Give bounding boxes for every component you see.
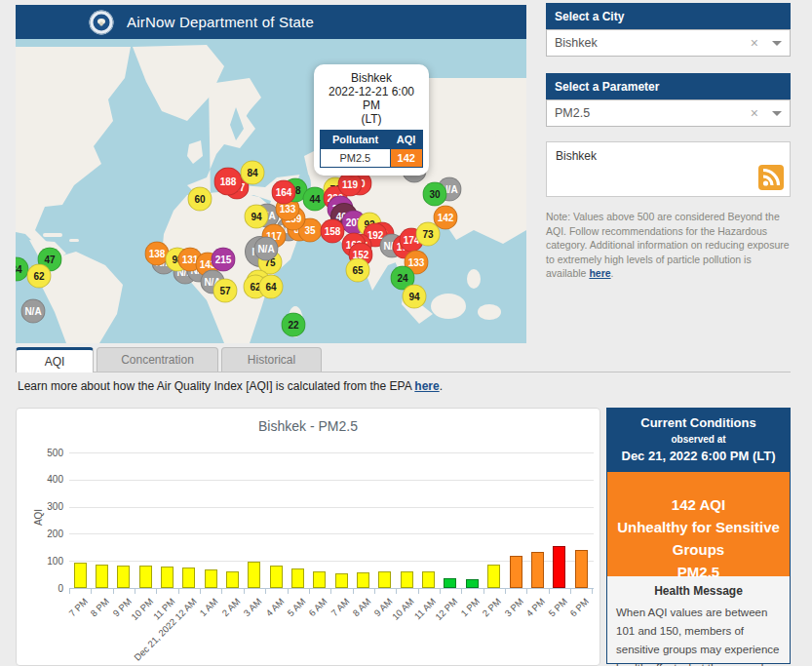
- sidebar: Select a City Bishkek × Select a Paramet…: [546, 3, 791, 281]
- current-conditions-title: Current Conditions: [611, 415, 786, 430]
- chart-bar: [422, 571, 435, 588]
- parameter-clear-icon[interactable]: ×: [751, 105, 758, 121]
- chart-ytick-label: 200: [22, 529, 63, 539]
- chart-xtick-mark: [135, 589, 135, 594]
- chart-xtick-label: 4 AM: [263, 596, 286, 618]
- chart-xtick-mark: [483, 589, 484, 594]
- popup-col-aqi: AQI: [390, 131, 422, 149]
- city-select[interactable]: Bishkek ×: [546, 29, 791, 57]
- aqi-map-marker[interactable]: 65: [346, 258, 370, 283]
- chart-xtick-label: 3 AM: [241, 596, 263, 618]
- aqi-map-marker[interactable]: 119: [338, 173, 363, 197]
- observed-datetime: Dec 21, 2022 6:00 PM (LT): [611, 449, 786, 463]
- note-here-link[interactable]: here: [589, 267, 610, 279]
- health-message: Health Message When AQI values are betwe…: [607, 576, 790, 666]
- chart-bar: [553, 546, 565, 588]
- chart-bar: [510, 556, 522, 588]
- chart-bar: [96, 565, 108, 588]
- chart-xtick-mark: [265, 589, 266, 594]
- tab-aqi[interactable]: AQI: [16, 347, 94, 372]
- aqi-map-marker[interactable]: 60: [188, 187, 213, 212]
- chart-bar: [139, 566, 152, 588]
- aqi-map-marker[interactable]: 94: [245, 205, 269, 229]
- chart-bar: [401, 571, 413, 588]
- aqi-map-marker[interactable]: 94: [403, 285, 427, 309]
- chart-xtick-mark: [288, 589, 289, 594]
- chart-xtick-mark: [396, 589, 397, 594]
- chart-bar: [182, 568, 195, 588]
- aqi-map-marker[interactable]: N/A: [21, 299, 46, 324]
- chart-bar: [291, 568, 304, 588]
- tab-historical[interactable]: Historical: [221, 347, 322, 372]
- aqi-map-marker[interactable]: 215: [212, 248, 236, 272]
- current-conditions-header: Current Conditions observed at Dec 21, 2…: [607, 409, 790, 472]
- aqi-summary: 142 AQI Unhealthy for Sensitive Groups P…: [607, 472, 790, 576]
- select-parameter-header: Select a Parameter: [546, 73, 791, 99]
- chart-bar: [487, 565, 500, 588]
- chart-xtick-mark: [570, 589, 571, 594]
- chart-bar: [335, 573, 348, 588]
- aqi-map-marker[interactable]: 142: [434, 206, 458, 230]
- chart-bar: [575, 550, 588, 588]
- tab-bar: AQI Concentration Historical: [16, 347, 791, 372]
- aqi-map-marker[interactable]: 164: [272, 180, 296, 205]
- chart-xtick-mark: [200, 589, 201, 594]
- aqi-map-marker[interactable]: 62: [27, 264, 52, 289]
- popup-aqi-value: 142: [390, 149, 422, 168]
- chart-xtick-mark: [592, 589, 593, 594]
- aqi-category-line: Unhealthy for Sensitive Groups: [615, 516, 782, 561]
- chart-xtick-label: 5 AM: [285, 596, 307, 618]
- popup-col-pollutant: Pollutant: [321, 131, 391, 149]
- chart-xtick-label: 2 PM: [481, 596, 503, 618]
- chart-xtick-mark: [309, 589, 310, 594]
- chart-plot: 01002003004005007 PM8 PM9 PM10 PM11 PMDe…: [69, 452, 594, 588]
- aqi-map-marker[interactable]: N/A: [254, 237, 279, 261]
- aqi-map-marker[interactable]: 158: [321, 219, 345, 244]
- city-dropdown-arrow-icon[interactable]: [772, 41, 782, 46]
- chart-bar: [378, 571, 391, 588]
- health-message-title: Health Message: [616, 584, 781, 598]
- aqi-map-marker[interactable]: 22: [282, 313, 306, 337]
- chart-xtick-mark: [374, 589, 375, 594]
- chart-bar: [313, 571, 326, 588]
- aqi-map-marker[interactable]: 64: [259, 275, 284, 299]
- chart-xtick-label: 6 PM: [567, 596, 590, 618]
- learn-more-here-link[interactable]: here: [414, 379, 439, 393]
- chart-xtick-mark: [440, 589, 441, 594]
- state-department-seal-icon: [89, 10, 114, 35]
- chart-xtick-label: 10 PM: [129, 596, 155, 622]
- chart-xtick-label: 4 PM: [524, 596, 547, 618]
- rss-icon[interactable]: [758, 165, 784, 190]
- aqi-map-marker[interactable]: 57: [213, 279, 238, 303]
- chart-ytick-label: 400: [22, 474, 63, 485]
- feed-title: Bishkek: [556, 149, 781, 163]
- parameter-select-value: PM2.5: [555, 106, 751, 120]
- chart-xtick-mark: [549, 589, 550, 594]
- chart-xtick-mark: [244, 589, 245, 594]
- parameter-select[interactable]: PM2.5 ×: [546, 99, 791, 127]
- app-header: AirNow Department of State: [16, 5, 526, 39]
- chart-bar: [531, 552, 544, 588]
- chart-xtick-mark: [221, 589, 222, 594]
- chart-xtick-label: 1 PM: [459, 596, 482, 618]
- chart-ytick-label: 100: [22, 556, 63, 567]
- chart-bar: [161, 567, 174, 588]
- world-map[interactable]: 344762N/A1571888460N/A94N/AN/AN/A1389813…: [16, 39, 526, 343]
- chart-gridline: [69, 452, 594, 453]
- aqi-map-marker[interactable]: 84: [241, 161, 265, 185]
- current-conditions-panel: Current Conditions observed at Dec 21, 2…: [606, 408, 791, 664]
- health-message-text: When AQI values are between 101 and 150,…: [616, 604, 781, 666]
- city-clear-icon[interactable]: ×: [751, 35, 758, 51]
- chart-bar: [270, 566, 283, 588]
- parameter-dropdown-arrow-icon[interactable]: [772, 111, 782, 116]
- aqi-map-marker[interactable]: 188: [214, 168, 243, 196]
- tab-concentration[interactable]: Concentration: [97, 347, 218, 372]
- chart-xtick-mark: [69, 589, 70, 594]
- note-text: Note: Values above 500 are considered Be…: [546, 210, 791, 281]
- chart-bar: [444, 578, 456, 588]
- chart-xtick-label: 11 AM: [412, 596, 438, 621]
- chart-xtick-label: 6 AM: [307, 596, 329, 618]
- map-popup: Bishkek 2022-12-21 6:00 PM (LT) Pollutan…: [314, 64, 429, 176]
- aqi-map-marker[interactable]: 30: [423, 182, 447, 207]
- chart-xtick-mark: [156, 589, 157, 594]
